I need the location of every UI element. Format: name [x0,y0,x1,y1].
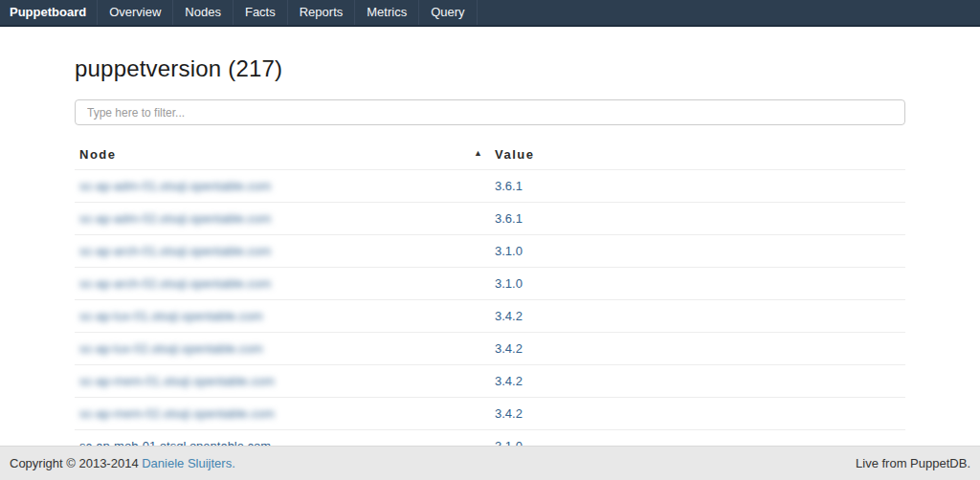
filter-input[interactable] [75,99,905,125]
value-cell: 3.6.1 [490,170,905,203]
node-cell: sc-ap-lux-02.otsql.opentable.com [75,333,490,365]
node-link[interactable]: sc-ap-mem-01.otsql.opentable.com [79,374,275,388]
footer: Copyright © 2013-2014 Daniele Sluijters.… [0,446,980,480]
node-cell: sc-ap-adm-02.otsql.opentable.com [75,203,490,235]
node-link[interactable]: sc-ap-adm-01.otsql.opentable.com [79,179,271,193]
value-link[interactable]: 3.4.2 [495,374,523,388]
node-cell: sc-ap-mem-01.otsql.opentable.com [75,365,490,398]
column-header-node-label: Node [79,147,117,162]
node-link[interactable]: sc-ap-lux-01.otsql.opentable.com [79,309,263,323]
node-cell: sc-ap-arch-02.otsql.opentable.com [75,268,490,300]
nav-link-metrics[interactable]: Metrics [355,0,418,25]
node-link[interactable]: sc-ap-lux-02.otsql.opentable.com [79,341,263,356]
value-link[interactable]: 3.1.0 [495,276,523,291]
facts-table: Node ▲ Value sc-ap-adm-01.otsql.opentabl… [75,142,905,462]
value-cell: 3.1.0 [490,268,905,300]
table-header-row: Node ▲ Value [75,142,905,170]
node-cell: sc-ap-arch-01.otsql.opentable.com [75,235,490,268]
value-cell: 3.6.1 [490,203,905,235]
value-cell: 3.1.0 [490,235,905,268]
node-cell: sc-ap-adm-01.otsql.opentable.com [75,170,490,203]
node-cell: sc-ap-mem-02.otsql.opentable.com [75,398,490,430]
table-row: sc-ap-adm-01.otsql.opentable.com3.6.1 [75,170,905,203]
value-link[interactable]: 3.4.2 [495,309,523,323]
nav-list: OverviewNodesFactsReportsMetricsQuery [98,0,477,25]
copyright-text: Copyright © 2013-2014 [10,456,142,470]
nav-item-facts: Facts [234,0,288,25]
column-header-value-label: Value [495,147,534,162]
table-row: sc-ap-adm-02.otsql.opentable.com3.6.1 [75,203,905,235]
value-link[interactable]: 3.4.2 [495,406,523,421]
value-link[interactable]: 3.6.1 [495,179,523,193]
nav-item-query: Query [419,0,477,25]
value-link[interactable]: 3.1.0 [495,244,523,258]
column-header-node[interactable]: Node ▲ [75,142,490,170]
navbar: Puppetboard OverviewNodesFactsReportsMet… [0,0,980,27]
nav-item-reports: Reports [288,0,356,25]
main-content: puppetversion (217) Node ▲ Value sc-ap-a… [75,55,905,462]
value-link[interactable]: 3.6.1 [495,211,523,226]
node-link[interactable]: sc-ap-arch-02.otsql.opentable.com [79,276,271,291]
node-cell: sc-ap-lux-01.otsql.opentable.com [75,300,490,333]
table-row: sc-ap-mem-01.otsql.opentable.com3.4.2 [75,365,905,398]
table-row: sc-ap-arch-02.otsql.opentable.com3.1.0 [75,268,905,300]
nav-link-overview[interactable]: Overview [98,0,172,25]
value-cell: 3.4.2 [490,300,905,333]
nav-link-nodes[interactable]: Nodes [173,0,233,25]
node-link[interactable]: sc-ap-adm-02.otsql.opentable.com [79,211,271,226]
sort-ascending-icon: ▲ [474,148,482,158]
value-link[interactable]: 3.4.2 [495,341,523,356]
value-cell: 3.4.2 [490,333,905,365]
author-link[interactable]: Daniele Sluijters. [142,456,235,470]
table-row: sc-ap-arch-01.otsql.opentable.com3.1.0 [75,235,905,268]
node-link[interactable]: sc-ap-mem-02.otsql.opentable.com [79,406,275,421]
table-row: sc-ap-lux-02.otsql.opentable.com3.4.2 [75,333,905,365]
node-link[interactable]: sc-ap-arch-01.otsql.opentable.com [79,244,271,258]
live-from-puppetdb-text: Live from PuppetDB. [856,447,970,480]
nav-link-facts[interactable]: Facts [234,0,287,25]
nav-link-query[interactable]: Query [419,0,476,25]
page-title: puppetversion (217) [75,55,905,82]
brand-link[interactable]: Puppetboard [0,0,98,25]
value-cell: 3.4.2 [490,365,905,398]
table-row: sc-ap-lux-01.otsql.opentable.com3.4.2 [75,300,905,333]
nav-item-nodes: Nodes [173,0,234,25]
nav-item-metrics: Metrics [355,0,419,25]
value-cell: 3.4.2 [490,398,905,430]
column-header-value[interactable]: Value [490,142,905,170]
table-row: sc-ap-mem-02.otsql.opentable.com3.4.2 [75,398,905,430]
nav-link-reports[interactable]: Reports [288,0,355,25]
nav-item-overview: Overview [98,0,173,25]
